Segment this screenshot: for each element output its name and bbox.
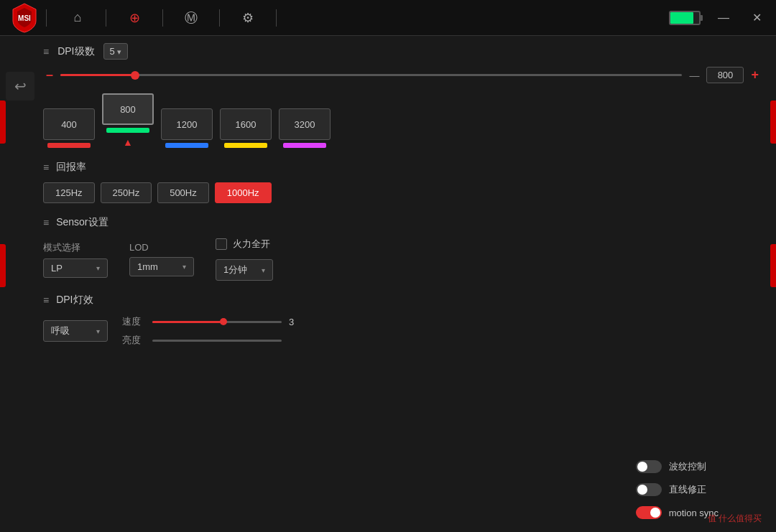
- dpi-preset-box-800[interactable]: 800: [102, 93, 154, 125]
- sensor-time-value: 1分钟: [223, 263, 247, 276]
- dpi-color-bar-1200: [165, 143, 208, 148]
- dpi-color-bar-1600: [224, 143, 267, 148]
- sensor-time-arrow: ▾: [262, 266, 265, 274]
- polling-500hz[interactable]: 500Hz: [157, 182, 209, 203]
- dpi-preset-3200: 3200: [279, 108, 331, 148]
- polling-1000hz[interactable]: 1000Hz: [215, 182, 272, 203]
- nav-crosshair[interactable]: ⊕: [124, 7, 145, 29]
- lighting-mode-select[interactable]: 呼吸 ▾: [43, 320, 108, 342]
- sensor-lod-select[interactable]: 1mm ▾: [129, 257, 194, 276]
- dpi-preset-box-400[interactable]: 400: [43, 108, 95, 140]
- dpi-color-bar-400: [47, 143, 91, 148]
- dpi-slider-thumb[interactable]: [131, 71, 139, 80]
- lighting-speed-track[interactable]: [152, 321, 282, 323]
- close-button[interactable]: ✕: [747, 8, 767, 27]
- dpi-preset-400: 400: [43, 108, 95, 148]
- dpi-presets: 400 800 ▲ 1200 1600: [43, 93, 762, 148]
- dpi-preset-value-800: 800: [120, 104, 136, 115]
- red-accent-left-mid: [0, 244, 6, 287]
- dpi-section-title: DPI级数: [57, 45, 94, 58]
- sensor-fire-checkbox-group: 火力全开: [216, 238, 273, 251]
- nav-home[interactable]: ⌂: [67, 7, 88, 29]
- dpi-preset-box-1200[interactable]: 1200: [161, 108, 213, 140]
- nav-divider-5: [276, 9, 277, 27]
- dpi-active-arrow: ▲: [123, 136, 133, 148]
- watermark: 值 什么值得买: [708, 513, 762, 525]
- red-accent-right-top: [770, 101, 776, 144]
- battery-indicator: [669, 11, 701, 25]
- dpi-preset-value-1600: 1600: [236, 119, 257, 130]
- dpi-section-icon: ≡: [43, 46, 49, 57]
- sensor-time-select[interactable]: 1分钟 ▾: [216, 259, 273, 281]
- polling-buttons: 125Hz 250Hz 500Hz 1000Hz: [43, 182, 762, 203]
- sensor-row: 模式选择 LP ▾ LOD 1mm ▾ 火力全开 1分钟: [43, 238, 762, 281]
- lighting-speed-fill: [152, 321, 223, 323]
- dpi-slider-minus[interactable]: –: [46, 67, 53, 83]
- dpi-color-bar-3200: [283, 143, 326, 148]
- toggle-straight-label: 直线修正: [669, 483, 706, 496]
- sensor-mode-group: 模式选择 LP ▾: [43, 241, 108, 278]
- dpi-preset-box-1600[interactable]: 1600: [220, 108, 272, 140]
- lighting-row: 呼吸 ▾ 速度 3 亮度: [43, 315, 762, 347]
- nav-divider-4: [219, 9, 220, 27]
- dpi-slider-track[interactable]: [60, 74, 682, 76]
- sensor-lod-group: LOD 1mm ▾: [129, 242, 194, 276]
- sensor-mode-select[interactable]: LP ▾: [43, 258, 108, 278]
- msi-logo: MSI: [9, 2, 40, 34]
- lighting-speed-thumb[interactable]: [220, 318, 227, 325]
- toggle-straight-row: 直线修正: [636, 483, 719, 496]
- dpi-level-value: 5: [110, 46, 115, 57]
- sensor-section: ≡ Sensor设置 模式选择 LP ▾ LOD 1mm ▾: [43, 216, 762, 281]
- dpi-color-bar-800: [106, 128, 149, 133]
- sensor-fire-group: 火力全开 1分钟 ▾: [216, 238, 273, 281]
- lighting-section-header: ≡ DPI灯效: [43, 294, 762, 307]
- svg-text:MSI: MSI: [18, 14, 31, 22]
- lighting-speed-row: 速度 3: [122, 315, 300, 328]
- lighting-mode-value: 呼吸: [51, 325, 70, 337]
- battery-tip: [701, 15, 703, 21]
- sensor-section-title: Sensor设置: [56, 216, 108, 229]
- nav-bar: ⌂ ⊕ Ⓜ ⚙: [67, 7, 277, 29]
- polling-125hz[interactable]: 125Hz: [43, 182, 95, 203]
- toggle-motion-switch[interactable]: [636, 506, 662, 519]
- back-button[interactable]: ↩: [6, 72, 34, 101]
- polling-250hz[interactable]: 250Hz: [101, 182, 152, 203]
- sensor-mode-label: 模式选择: [43, 241, 108, 254]
- toggle-wave-row: 波纹控制: [636, 460, 719, 473]
- toggle-straight-switch[interactable]: [636, 483, 662, 496]
- dpi-preset-value-3200: 3200: [295, 119, 315, 130]
- nav-settings[interactable]: ⚙: [237, 7, 259, 29]
- nav-divider-2: [106, 9, 106, 27]
- toggle-wave-knob: [637, 462, 647, 472]
- polling-section: ≡ 回报率 125Hz 250Hz 500Hz 1000Hz: [43, 161, 762, 203]
- red-accent-left-top: [0, 101, 6, 144]
- dpi-value-box[interactable]: 800: [706, 67, 744, 83]
- dpi-preset-value-400: 400: [61, 119, 77, 130]
- sensor-lod-value: 1mm: [137, 261, 158, 272]
- dpi-slider-fill: [60, 74, 135, 76]
- title-bar-right: — ✕: [669, 8, 767, 27]
- sensor-lod-arrow: ▾: [183, 263, 186, 271]
- dpi-slider-plus[interactable]: +: [751, 67, 759, 83]
- dpi-preset-box-3200[interactable]: 3200: [279, 108, 331, 140]
- nav-mode[interactable]: Ⓜ: [180, 7, 202, 29]
- battery-fill: [670, 12, 693, 24]
- polling-section-header: ≡ 回报率: [43, 161, 762, 174]
- toggle-wave-switch[interactable]: [636, 460, 662, 473]
- lighting-speed-label: 速度: [122, 315, 145, 328]
- sensor-mode-value: LP: [51, 263, 63, 274]
- nav-divider-3: [162, 9, 163, 27]
- sensor-fire-label: 火力全开: [233, 238, 270, 251]
- dpi-level-select[interactable]: 5 ▾: [103, 43, 129, 60]
- right-toggles: 波纹控制 直线修正 motion sync: [636, 460, 719, 519]
- lighting-brightness-label: 亮度: [122, 334, 145, 347]
- minimize-button[interactable]: —: [712, 9, 735, 27]
- dpi-preset-1600: 1600: [220, 108, 272, 148]
- dpi-slider-row: – — 800 +: [43, 67, 762, 83]
- sensor-fire-checkbox[interactable]: [216, 238, 227, 250]
- lighting-mode-arrow: ▾: [96, 327, 100, 335]
- lighting-section: ≡ DPI灯效 呼吸 ▾ 速度 3 亮度: [43, 294, 762, 347]
- toggle-motion-row: motion sync: [636, 506, 719, 519]
- lighting-section-icon: ≡: [43, 294, 49, 306]
- lighting-brightness-track[interactable]: [152, 340, 282, 342]
